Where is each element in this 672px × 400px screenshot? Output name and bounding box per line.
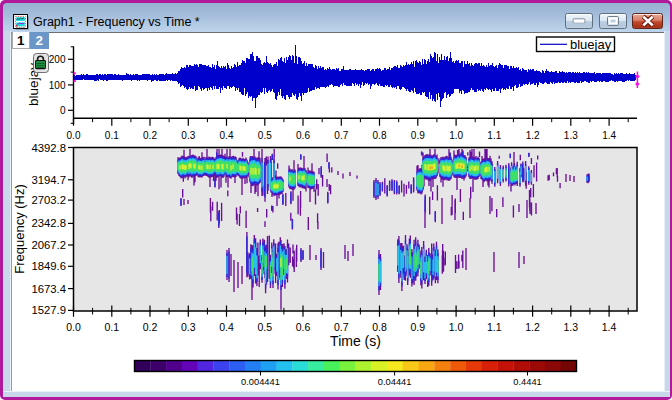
svg-text:0.3: 0.3 <box>181 321 196 333</box>
svg-text:0.7: 0.7 <box>334 321 349 333</box>
svg-text:0.004441: 0.004441 <box>241 377 280 387</box>
svg-text:1.2: 1.2 <box>526 130 540 141</box>
svg-text:1.0: 1.0 <box>449 321 464 333</box>
svg-text:2342.8: 2342.8 <box>31 217 66 229</box>
svg-text:0.0: 0.0 <box>67 130 81 141</box>
svg-text:0.4441: 0.4441 <box>513 377 541 387</box>
svg-text:0.9: 0.9 <box>411 130 425 141</box>
svg-text:3194.7: 3194.7 <box>31 174 66 186</box>
svg-text:0.4: 0.4 <box>219 321 234 333</box>
svg-text:1527.9: 1527.9 <box>31 304 66 316</box>
svg-text:0.8: 0.8 <box>372 321 387 333</box>
svg-text:0.9: 0.9 <box>410 321 425 333</box>
svg-text:0.8: 0.8 <box>373 130 387 141</box>
svg-text:200: 200 <box>49 54 66 65</box>
svg-text:0.1: 0.1 <box>105 130 119 141</box>
svg-text:1.3: 1.3 <box>563 321 578 333</box>
svg-text:0.2: 0.2 <box>143 321 158 333</box>
svg-text:0: 0 <box>60 105 66 116</box>
svg-text:2703.2: 2703.2 <box>31 194 66 206</box>
svg-text:1.3: 1.3 <box>564 130 578 141</box>
svg-text:0.1: 0.1 <box>104 321 119 333</box>
svg-text:1849.6: 1849.6 <box>31 260 66 272</box>
svg-text:0.7: 0.7 <box>334 130 348 141</box>
svg-text:1.1: 1.1 <box>487 130 501 141</box>
svg-text:4392.8: 4392.8 <box>31 142 66 154</box>
svg-text:0.04441: 0.04441 <box>378 377 412 387</box>
svg-text:1.1: 1.1 <box>487 321 502 333</box>
svg-text:1.4: 1.4 <box>602 321 617 333</box>
svg-text:100: 100 <box>49 80 66 91</box>
svg-text:0.6: 0.6 <box>296 130 310 141</box>
svg-text:2067.2: 2067.2 <box>31 239 66 251</box>
svg-text:1673.4: 1673.4 <box>31 283 66 295</box>
svg-text:0.5: 0.5 <box>258 130 272 141</box>
svg-text:bluejay: bluejay <box>570 37 612 52</box>
svg-text:0.4: 0.4 <box>220 130 234 141</box>
svg-text:0.3: 0.3 <box>181 130 195 141</box>
svg-text:1.4: 1.4 <box>602 130 616 141</box>
svg-text:1.2: 1.2 <box>525 321 540 333</box>
svg-text:0.2: 0.2 <box>143 130 157 141</box>
svg-text:Frequency (Hz): Frequency (Hz) <box>12 184 27 274</box>
svg-text:0.5: 0.5 <box>257 321 272 333</box>
svg-text:0.6: 0.6 <box>296 321 311 333</box>
svg-text:0.0: 0.0 <box>66 321 81 333</box>
svg-text:Time (s): Time (s) <box>330 333 381 349</box>
svg-text:1.0: 1.0 <box>449 130 463 141</box>
